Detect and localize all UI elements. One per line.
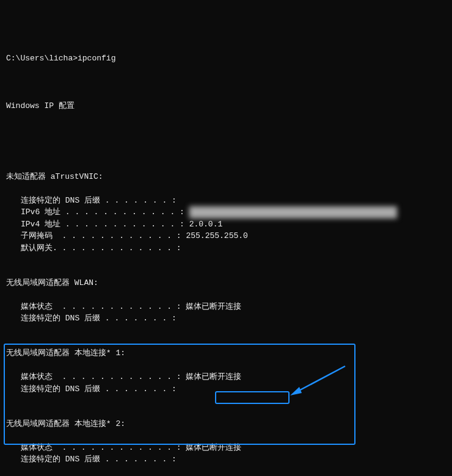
row-label: 默认网关. . . . . . . . . . . . . : [21,243,186,253]
adapter-row: IPv6 地址 . . . . . . . . . . . . : ████ [6,206,446,218]
row-label: 连接特定的 DNS 后缀 . . . . . . . : [21,196,181,205]
row-label: 连接特定的 DNS 后缀 . . . . . . . : [21,455,181,464]
row-label: 媒体状态 . . . . . . . . . . . . : [21,443,186,452]
row-value: 2.0.0.1 [189,220,223,229]
row-value: 媒体已断开连接 [186,372,241,381]
adapter-row: 连接特定的 DNS 后缀 . . . . . . . : [6,195,446,207]
adapter-row: 默认网关. . . . . . . . . . . . . : [6,242,446,254]
adapter-row: 子网掩码 . . . . . . . . . . . . : 255.255.2… [6,230,446,242]
row-label: 连接特定的 DNS 后缀 . . . . . . . : [21,314,181,323]
row-label: 媒体状态 . . . . . . . . . . . . : [21,372,186,381]
command-prompt-line: C:\Users\licha>ipconfig [6,52,446,65]
row-label: IPv6 地址 . . . . . . . . . . . . : [21,207,189,217]
row-value: 媒体已断开连接 [186,443,241,452]
adapter-row: IPv4 地址 . . . . . . . . . . . . : 2.0.0.… [6,218,446,231]
adapter-title: 无线局域网适配器 WLAN: [6,277,446,289]
row-label: 子网掩码 . . . . . . . . . . . . : [21,231,186,240]
adapters-output: 未知适配器 aTrustVNIC:连接特定的 DNS 后缀 . . . . . … [6,171,446,477]
redacted-value: ████ [189,206,397,218]
row-label: IPv4 地址 . . . . . . . . . . . . : [21,220,189,229]
adapter-title: 未知适配器 aTrustVNIC: [6,171,446,183]
row-value: 255.255.255.0 [186,231,247,240]
adapter-row: 连接特定的 DNS 后缀 . . . . . . . : [6,383,446,395]
row-label: 媒体状态 . . . . . . . . . . . . : [21,302,186,311]
adapter-row: 媒体状态 . . . . . . . . . . . . : 媒体已断开连接 [6,301,446,313]
adapter-row: 连接特定的 DNS 后缀 . . . . . . . : [6,312,446,325]
adapter-row: 媒体状态 . . . . . . . . . . . . : 媒体已断开连接 [6,371,446,383]
adapter-title: 无线局域网适配器 本地连接* 2: [6,418,446,430]
adapter-title: 无线局域网适配器 本地连接* 1: [6,347,446,359]
row-label: 连接特定的 DNS 后缀 . . . . . . . : [21,384,181,394]
ipconfig-header: Windows IP 配置 [6,100,446,112]
row-value: 媒体已断开连接 [186,302,241,311]
adapter-row: 连接特定的 DNS 后缀 . . . . . . . : [6,453,446,466]
adapter-row: 媒体状态 . . . . . . . . . . . . : 媒体已断开连接 [6,442,446,454]
